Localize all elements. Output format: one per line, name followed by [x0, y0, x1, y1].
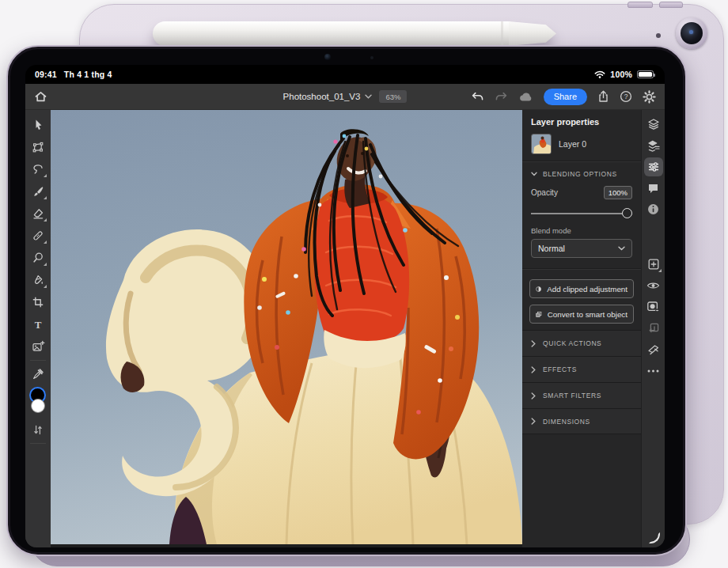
color-swatches[interactable]	[27, 387, 49, 418]
section-dimensions[interactable]: DIMENSIONS	[522, 408, 641, 434]
chevron-down-icon	[531, 172, 537, 176]
layers-button[interactable]	[643, 113, 664, 134]
eye-icon	[646, 281, 660, 290]
export-button[interactable]	[597, 90, 609, 103]
transform-tool[interactable]	[27, 136, 49, 158]
layer-thumbnail	[531, 134, 552, 154]
pencil-body	[153, 21, 510, 46]
visibility-button[interactable]	[643, 275, 664, 296]
comments-button[interactable]	[643, 177, 664, 199]
volume-button	[659, 2, 683, 8]
wifi-icon	[594, 70, 605, 79]
canvas[interactable]	[51, 110, 522, 547]
edit-properties-button[interactable]	[644, 157, 663, 176]
convert-smart-object-label: Convert to smart object	[548, 310, 628, 319]
fill-tool-icon	[32, 274, 44, 286]
convert-smart-object-button[interactable]: Convert to smart object	[529, 305, 634, 324]
section-effects[interactable]: EFFECTS	[522, 356, 641, 382]
panel-title: Layer properties	[522, 110, 641, 132]
background-color-swatch[interactable]	[31, 399, 45, 413]
eyedropper-tool[interactable]	[27, 363, 49, 385]
app-toolbar: Photoshoot_01_V3 63%	[25, 84, 665, 110]
type-tool[interactable]: T	[27, 313, 49, 335]
svg-text:T: T	[35, 319, 42, 331]
opacity-label: Opacity	[531, 188, 558, 197]
opacity-slider[interactable]	[531, 207, 632, 219]
section-quick-actions[interactable]: QUICK ACTIONS	[522, 330, 641, 356]
help-button[interactable]: ?	[620, 90, 632, 103]
volume-button	[628, 2, 653, 8]
blending-options-label: BLENDING OPTIONS	[543, 170, 617, 178]
layer-properties-button[interactable]	[643, 134, 664, 156]
cloud-sync-button[interactable]	[518, 91, 533, 102]
blend-mode-label: Blend mode	[522, 221, 641, 239]
status-time: 09:41	[35, 70, 57, 79]
layer-name: Layer 0	[559, 139, 586, 149]
slider-track	[531, 213, 632, 214]
place-photo-tool[interactable]	[27, 335, 49, 358]
camera-glint	[689, 30, 693, 34]
redo-icon	[495, 91, 508, 102]
share-button[interactable]: Share	[544, 89, 587, 105]
photo-layer	[51, 110, 522, 544]
info-button[interactable]	[643, 199, 664, 220]
zoom-level-badge[interactable]: 63%	[379, 90, 407, 103]
home-button[interactable]	[34, 90, 47, 103]
smart-object-icon	[536, 309, 542, 320]
transform-tool-icon	[32, 141, 44, 153]
clone-stamp-tool[interactable]	[27, 247, 49, 269]
tool-bar: T	[25, 110, 51, 547]
front-ipad: 09:41 Th 4 1 thg 4 100%	[6, 45, 687, 556]
more-options-button[interactable]	[643, 360, 664, 381]
clip-layer-button[interactable]	[643, 317, 664, 339]
add-clipped-adjustment-label: Add clipped adjustment	[547, 285, 628, 293]
layer-row[interactable]: Layer 0	[522, 132, 641, 161]
chevron-down-icon	[618, 246, 625, 251]
brush-tool[interactable]	[27, 180, 49, 203]
rear-camera	[676, 17, 707, 49]
crop-tool[interactable]	[27, 291, 49, 313]
lasso-tool[interactable]	[27, 158, 49, 180]
add-layer-button[interactable]	[643, 253, 664, 275]
swap-colors-tool[interactable]	[27, 418, 49, 441]
clone-stamp-icon	[32, 252, 44, 264]
opacity-row: Opacity 100%	[522, 185, 641, 200]
section-smart-filters[interactable]: SMART FILTERS	[522, 382, 641, 408]
layer-mask-icon	[646, 301, 660, 313]
layer-properties-panel: Layer properties Layer 0	[522, 110, 641, 547]
eyedropper-icon	[32, 368, 44, 381]
help-icon: ?	[620, 90, 632, 103]
add-layer-icon	[647, 258, 660, 271]
panel-switcher-strip	[641, 110, 665, 547]
pencil-seam	[501, 21, 503, 46]
section-label: SMART FILTERS	[543, 392, 601, 399]
comment-icon	[647, 183, 659, 194]
info-icon	[647, 203, 659, 215]
add-clipped-adjustment-button[interactable]: Add clipped adjustment	[529, 279, 634, 298]
opacity-value-field[interactable]: 100%	[604, 186, 632, 199]
undo-button[interactable]	[471, 91, 484, 102]
section-label: QUICK ACTIONS	[543, 339, 601, 347]
blending-options-header[interactable]: BLENDING OPTIONS	[522, 161, 641, 185]
workspace: T	[25, 110, 665, 547]
slider-thumb[interactable]	[622, 208, 632, 218]
document-title-menu[interactable]: Photoshoot_01_V3	[283, 92, 373, 101]
layer-mask-button[interactable]	[643, 296, 664, 317]
settings-button[interactable]	[643, 90, 656, 104]
fill-tool[interactable]	[27, 269, 49, 291]
eraser-tool[interactable]	[27, 203, 49, 225]
healing-brush-tool[interactable]	[27, 225, 49, 247]
document-title: Photoshoot_01_V3	[283, 92, 361, 101]
chevron-down-icon	[365, 94, 372, 99]
screen: 09:41 Th 4 1 thg 4 100%	[25, 65, 665, 547]
move-tool[interactable]	[27, 114, 49, 136]
adjustment-icon	[536, 284, 541, 294]
healing-brush-icon	[32, 229, 44, 242]
flatten-button[interactable]	[643, 339, 664, 360]
brush-tool-icon	[32, 185, 44, 198]
blend-mode-dropdown[interactable]: Normal	[531, 239, 632, 258]
redo-button[interactable]	[495, 91, 508, 102]
undo-icon	[471, 91, 484, 102]
chevron-right-icon	[531, 366, 536, 373]
tool-divider	[30, 360, 46, 361]
